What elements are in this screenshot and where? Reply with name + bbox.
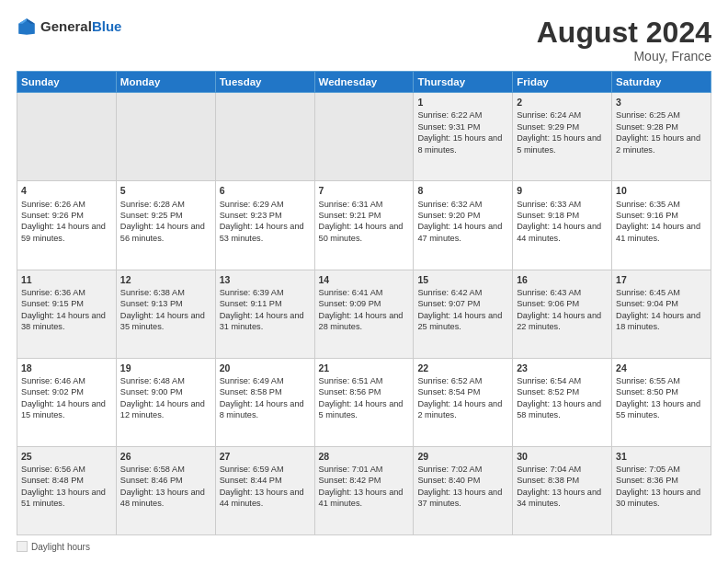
daylight-text: Daylight: 15 hours and 2 minutes. xyxy=(616,133,700,154)
sunrise-text: Sunrise: 6:46 AM xyxy=(21,376,85,385)
sunrise-text: Sunrise: 6:54 AM xyxy=(517,376,581,385)
daylight-text: Daylight: 13 hours and 30 minutes. xyxy=(616,488,700,508)
daylight-text: Daylight: 14 hours and 2 minutes. xyxy=(417,399,502,419)
sunrise-text: Sunrise: 6:25 AM xyxy=(616,110,680,120)
week-row: 11Sunrise: 6:36 AMSunset: 9:15 PMDayligh… xyxy=(17,270,711,358)
day-number: 25 xyxy=(21,450,112,463)
daylight-text: Daylight: 14 hours and 31 minutes. xyxy=(220,311,304,331)
sunset-text: Sunset: 8:50 PM xyxy=(616,387,678,396)
sunrise-text: Sunrise: 6:48 AM xyxy=(120,376,185,385)
sunset-text: Sunset: 8:40 PM xyxy=(417,476,480,485)
col-header-friday: Friday xyxy=(513,72,612,93)
legend-box xyxy=(17,541,28,552)
col-header-tuesday: Tuesday xyxy=(215,72,314,93)
daylight-text: Daylight: 14 hours and 22 minutes. xyxy=(517,311,601,331)
calendar-cell: 6Sunrise: 6:29 AMSunset: 9:23 PMDaylight… xyxy=(215,181,314,270)
calendar-cell xyxy=(314,93,414,181)
footer-legend: Daylight hours xyxy=(17,541,90,552)
sunrise-text: Sunrise: 6:33 AM xyxy=(517,200,581,209)
week-row: 1Sunrise: 6:22 AMSunset: 9:31 PMDaylight… xyxy=(17,93,711,181)
sunrise-text: Sunrise: 6:26 AM xyxy=(21,200,85,209)
day-number: 12 xyxy=(120,273,211,286)
day-number: 11 xyxy=(21,273,112,286)
title-block: August 2024 Mouy, France xyxy=(537,17,711,63)
calendar-cell: 18Sunrise: 6:46 AMSunset: 9:02 PMDayligh… xyxy=(17,358,117,446)
col-header-saturday: Saturday xyxy=(612,72,711,93)
day-number: 24 xyxy=(616,362,707,374)
svg-marker-0 xyxy=(18,18,35,35)
calendar-cell: 13Sunrise: 6:39 AMSunset: 9:11 PMDayligh… xyxy=(215,270,314,358)
calendar-cell: 2Sunrise: 6:24 AMSunset: 9:29 PMDaylight… xyxy=(513,93,612,181)
col-header-thursday: Thursday xyxy=(414,72,513,93)
calendar-cell: 24Sunrise: 6:55 AMSunset: 8:50 PMDayligh… xyxy=(612,358,711,446)
day-number: 31 xyxy=(616,450,707,463)
sunrise-text: Sunrise: 6:32 AM xyxy=(417,200,482,209)
sunset-text: Sunset: 9:07 PM xyxy=(417,299,480,308)
day-number: 8 xyxy=(417,184,508,197)
day-number: 18 xyxy=(21,362,112,374)
sunset-text: Sunset: 8:56 PM xyxy=(319,387,381,396)
day-number: 15 xyxy=(417,273,508,286)
calendar-table: SundayMondayTuesdayWednesdayThursdayFrid… xyxy=(17,71,711,535)
sunrise-text: Sunrise: 6:38 AM xyxy=(120,288,185,297)
daylight-text: Daylight: 13 hours and 41 minutes. xyxy=(319,488,404,508)
calendar-cell: 3Sunrise: 6:25 AMSunset: 9:28 PMDaylight… xyxy=(612,93,711,181)
sunset-text: Sunset: 8:52 PM xyxy=(517,387,579,396)
sunset-text: Sunset: 9:23 PM xyxy=(220,211,282,220)
daylight-text: Daylight: 14 hours and 44 minutes. xyxy=(517,222,601,242)
sunset-text: Sunset: 9:02 PM xyxy=(21,387,84,396)
calendar-cell: 16Sunrise: 6:43 AMSunset: 9:06 PMDayligh… xyxy=(513,270,612,358)
sunrise-text: Sunrise: 6:43 AM xyxy=(517,288,581,297)
sunrise-text: Sunrise: 6:28 AM xyxy=(120,200,185,209)
sunset-text: Sunset: 8:58 PM xyxy=(220,387,282,396)
sunrise-text: Sunrise: 6:29 AM xyxy=(220,200,284,209)
week-row: 4Sunrise: 6:26 AMSunset: 9:26 PMDaylight… xyxy=(17,181,711,270)
sunset-text: Sunset: 9:21 PM xyxy=(319,211,381,220)
week-row: 18Sunrise: 6:46 AMSunset: 9:02 PMDayligh… xyxy=(17,358,711,446)
sunrise-text: Sunrise: 6:45 AM xyxy=(616,288,680,297)
calendar-cell: 29Sunrise: 7:02 AMSunset: 8:40 PMDayligh… xyxy=(414,446,513,534)
calendar-cell: 19Sunrise: 6:48 AMSunset: 9:00 PMDayligh… xyxy=(116,358,215,446)
week-row: 25Sunrise: 6:56 AMSunset: 8:48 PMDayligh… xyxy=(17,446,711,534)
day-number: 2 xyxy=(517,96,608,109)
sunset-text: Sunset: 8:44 PM xyxy=(220,476,282,485)
calendar-cell: 4Sunrise: 6:26 AMSunset: 9:26 PMDaylight… xyxy=(17,181,117,270)
calendar-cell: 17Sunrise: 6:45 AMSunset: 9:04 PMDayligh… xyxy=(612,270,711,358)
day-number: 19 xyxy=(120,362,211,374)
sunrise-text: Sunrise: 6:56 AM xyxy=(21,465,85,474)
day-number: 1 xyxy=(417,96,508,109)
logo-general: General xyxy=(40,19,92,35)
calendar-cell: 9Sunrise: 6:33 AMSunset: 9:18 PMDaylight… xyxy=(513,181,612,270)
sunset-text: Sunset: 9:28 PM xyxy=(616,122,678,132)
day-number: 3 xyxy=(616,96,707,109)
col-header-monday: Monday xyxy=(116,72,215,93)
calendar-cell xyxy=(116,93,215,181)
daylight-text: Daylight: 13 hours and 55 minutes. xyxy=(616,399,700,419)
daylight-text: Daylight: 14 hours and 38 minutes. xyxy=(21,311,106,331)
calendar-cell: 7Sunrise: 6:31 AMSunset: 9:21 PMDaylight… xyxy=(314,181,414,270)
day-number: 5 xyxy=(120,184,211,197)
calendar-cell: 20Sunrise: 6:49 AMSunset: 8:58 PMDayligh… xyxy=(215,358,314,446)
col-header-wednesday: Wednesday xyxy=(314,72,414,93)
subtitle: Mouy, France xyxy=(537,49,711,63)
daylight-text: Daylight: 14 hours and 5 minutes. xyxy=(319,399,404,419)
daylight-text: Daylight: 13 hours and 44 minutes. xyxy=(220,488,304,508)
calendar-cell: 15Sunrise: 6:42 AMSunset: 9:07 PMDayligh… xyxy=(414,270,513,358)
sunrise-text: Sunrise: 7:04 AM xyxy=(517,465,581,474)
day-number: 30 xyxy=(517,450,608,463)
day-number: 13 xyxy=(220,273,311,286)
daylight-text: Daylight: 13 hours and 37 minutes. xyxy=(417,488,502,508)
sunrise-text: Sunrise: 6:51 AM xyxy=(319,376,383,385)
sunset-text: Sunset: 9:29 PM xyxy=(517,122,579,132)
calendar-cell: 26Sunrise: 6:58 AMSunset: 8:46 PMDayligh… xyxy=(116,446,215,534)
daylight-text: Daylight: 13 hours and 51 minutes. xyxy=(21,488,106,508)
daylight-text: Daylight: 13 hours and 34 minutes. xyxy=(517,488,601,508)
sunset-text: Sunset: 9:00 PM xyxy=(120,387,183,396)
sunset-text: Sunset: 8:48 PM xyxy=(21,476,84,485)
sunrise-text: Sunrise: 6:59 AM xyxy=(220,465,284,474)
calendar-cell: 21Sunrise: 6:51 AMSunset: 8:56 PMDayligh… xyxy=(314,358,414,446)
calendar-cell: 12Sunrise: 6:38 AMSunset: 9:13 PMDayligh… xyxy=(116,270,215,358)
sunset-text: Sunset: 9:16 PM xyxy=(616,211,678,220)
daylight-text: Daylight: 15 hours and 5 minutes. xyxy=(517,133,601,154)
daylight-text: Daylight: 14 hours and 15 minutes. xyxy=(21,399,106,419)
